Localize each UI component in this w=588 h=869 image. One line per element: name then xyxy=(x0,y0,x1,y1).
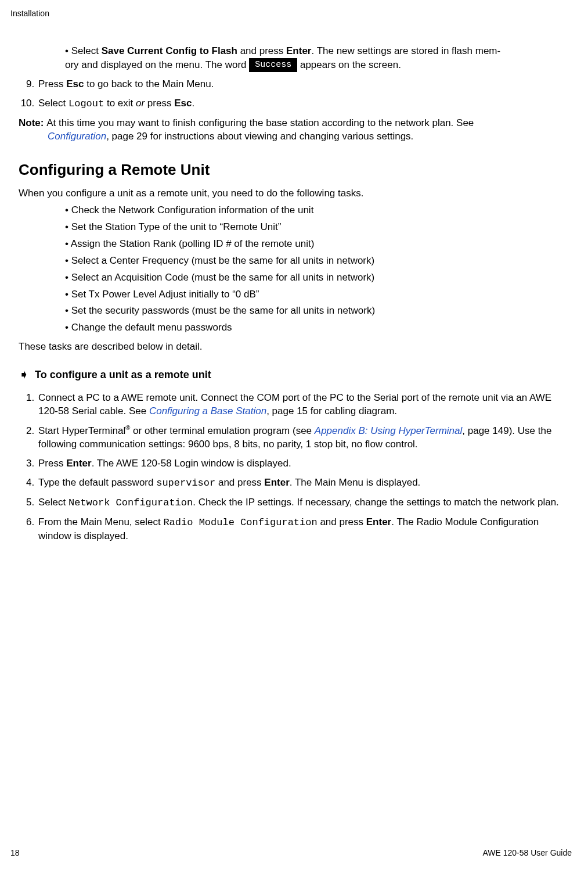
text: press xyxy=(147,98,174,109)
note-line-1: Note: At this time you may want to finis… xyxy=(19,117,572,130)
body-column: Select Save Current Config to Flash and … xyxy=(19,45,572,543)
text: Start HyperTerminal xyxy=(38,425,125,436)
outro-paragraph: These tasks are described below in detai… xyxy=(19,340,572,354)
text-bold: Enter xyxy=(366,516,391,527)
page-number: 18 xyxy=(10,848,20,859)
list-item: Select Save Current Config to Flash and … xyxy=(65,45,572,72)
text: , page 15 for cabling diagram. xyxy=(266,405,397,416)
text-bold: Enter xyxy=(286,45,311,56)
text: . xyxy=(192,98,194,109)
text: and press xyxy=(318,516,366,527)
cross-ref-link[interactable]: Appendix B: Using HyperTerminal xyxy=(315,425,463,436)
step-4: Type the default password supervisor and… xyxy=(37,476,572,490)
step-6: From the Main Menu, select Radio Module … xyxy=(37,516,572,543)
task-list: Check the Network Configuration informat… xyxy=(19,204,572,335)
text: Select xyxy=(71,45,102,56)
prev-sub-bullets: Select Save Current Config to Flash and … xyxy=(19,45,572,72)
text: Type the default password xyxy=(38,477,156,488)
text: Select xyxy=(38,497,68,508)
text: . The new settings are stored in flash m… xyxy=(312,45,501,56)
step-5: Select Network Configuration. Check the … xyxy=(37,496,572,510)
text: to exit xyxy=(104,98,136,109)
page: Installation Select Save Current Config … xyxy=(0,0,588,869)
list-item: Assign the Station Rank (polling ID # of… xyxy=(65,238,572,251)
success-badge: Success xyxy=(249,58,297,72)
step-2: Start HyperTerminal® or other terminal e… xyxy=(37,423,572,451)
text-bold: Enter xyxy=(264,477,289,488)
text-bold: Esc xyxy=(174,98,192,109)
text: to go back to the Main Menu. xyxy=(84,78,214,89)
text: or other terminal emulation program (see xyxy=(130,425,314,436)
step-9: Press Esc to go back to the Main Menu. xyxy=(37,78,572,91)
text: . Check the IP settings. If necessary, c… xyxy=(193,497,559,508)
list-item: Set the security passwords (must be the … xyxy=(65,304,572,318)
text: and press xyxy=(215,477,264,488)
text: . The Main Menu is displayed. xyxy=(290,477,421,488)
text: . The AWE 120-58 Login window is display… xyxy=(92,458,291,469)
prev-steps: Press Esc to go back to the Main Menu. S… xyxy=(19,78,572,111)
note-label: Note: xyxy=(19,117,46,128)
running-head: Installation xyxy=(10,8,572,19)
cross-ref-link[interactable]: Configuring a Base Station xyxy=(149,405,266,416)
page-footer: 18 AWE 120-58 User Guide xyxy=(10,848,572,859)
text: and press xyxy=(237,45,286,56)
section-heading: Configuring a Remote Unit xyxy=(19,160,572,180)
text-mono: supervisor xyxy=(156,477,215,489)
text: Press xyxy=(38,78,66,89)
cross-ref-link[interactable]: Configuration xyxy=(48,131,106,142)
arrow-icon: ➧ xyxy=(19,368,29,381)
text: appears on the screen. xyxy=(297,59,401,70)
procedure-steps: Connect a PC to a AWE remote unit. Conne… xyxy=(19,392,572,543)
text: Press xyxy=(38,458,66,469)
text: , page 29 for instructions about viewing… xyxy=(106,131,413,142)
doc-title: AWE 120-58 User Guide xyxy=(482,848,572,859)
text-bold: Save Current Config to Flash xyxy=(102,45,237,56)
list-item: Select an Acquisition Code (must be the … xyxy=(65,271,572,285)
text-bold: Enter xyxy=(66,458,91,469)
text-mono: Network Configuration xyxy=(68,497,193,508)
step-10: Select Logout to exit or press Esc. xyxy=(37,97,572,111)
text-italic: or xyxy=(136,98,147,109)
list-item: Set Tx Power Level Adjust initially to “… xyxy=(65,288,572,301)
step-3: Press Enter. The AWE 120-58 Login window… xyxy=(37,457,572,471)
text: Select xyxy=(38,98,68,109)
procedure-heading: ➧ To configure a unit as a remote unit xyxy=(19,368,572,382)
text: ory and displayed on the menu. The word xyxy=(65,59,249,70)
intro-paragraph: When you configure a unit as a remote un… xyxy=(19,187,572,200)
list-item: Check the Network Configuration informat… xyxy=(65,204,572,217)
text-mono: Radio Module Configuration xyxy=(163,517,317,528)
text: At this time you may want to finish conf… xyxy=(46,117,474,128)
text-bold: Esc xyxy=(66,78,84,89)
step-1: Connect a PC to a AWE remote unit. Conne… xyxy=(37,392,572,418)
list-item: Select a Center Frequency (must be the s… xyxy=(65,254,572,268)
note-line-2: Configuration, page 29 for instructions … xyxy=(48,130,572,143)
list-item: Set the Station Type of the unit to “Rem… xyxy=(65,221,572,234)
text: From the Main Menu, select xyxy=(38,516,163,527)
list-item: Change the default menu passwords xyxy=(65,321,572,335)
text-mono: Logout xyxy=(68,98,104,109)
procedure-title: To configure a unit as a remote unit xyxy=(35,368,211,382)
note-block: Note: At this time you may want to finis… xyxy=(19,117,572,143)
